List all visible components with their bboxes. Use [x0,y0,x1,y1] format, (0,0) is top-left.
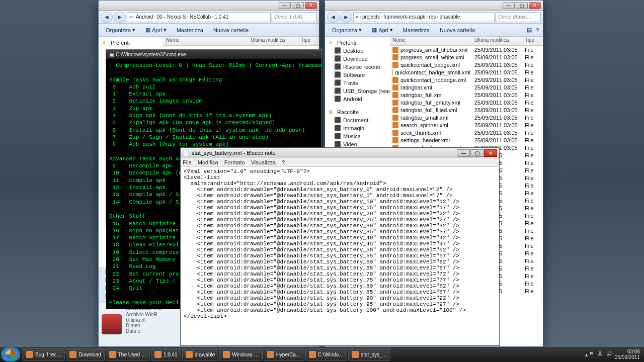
breadcrumb-segment[interactable]: drawable [440,14,460,20]
sidebar-item[interactable]: ⬛Risorse recenti [327,63,388,71]
sidebar-item[interactable]: ⬛Travis [327,79,388,87]
close-button[interactable]: ✕ [529,2,541,9]
breadcrumb-segment[interactable]: projects [362,14,380,20]
favorites-header[interactable]: ★Preferiti [101,39,162,47]
sidebar-item[interactable]: ⬛Android [327,95,388,103]
show-hidden-icon[interactable]: ▴ [585,352,588,357]
file-row[interactable]: seek_thumb.xml25/09/2011 03:05File [390,129,543,136]
column-headers[interactable]: Nome Ultima modifica Tipo [390,37,543,46]
search-input[interactable]: Cerca drawa… [496,12,541,22]
sidebar-item[interactable]: ⬛Musica [327,132,388,140]
file-row[interactable]: search_spinner.xml25/09/2011 03:05File [390,121,543,129]
cmd-titlebar[interactable]: ▣C:\Windows\system32\cmd.exe — [106,50,321,59]
app-icon [154,351,162,358]
sidebar-item[interactable]: ⬛USB_Storage (readyshare) [327,87,388,95]
titlebar[interactable]: — ▢ ✕ [99,1,319,11]
breadcrumb-segment[interactable]: framework-res.apk [383,14,425,20]
file-row[interactable]: quickcontact_badge.xml25/09/2011 03:05Fi… [390,61,543,68]
organize-button[interactable]: Organizza ▾ [328,26,366,34]
breadcrumb-segment[interactable]: res [429,14,436,20]
file-row[interactable]: progress_small_titlebar.xml25/09/2011 03… [390,46,543,53]
organize-button[interactable]: Organizza ▾ [102,26,139,34]
maximize-button[interactable]: ▢ [470,149,484,157]
sidebar-item[interactable]: ⬛Download [327,55,388,63]
file-row[interactable]: ratingbar.xml25/09/2011 03:05File [390,83,543,91]
open-button[interactable]: ▦ Apri ▾ [141,26,171,34]
volume-icon[interactable]: 🔊 [606,351,613,358]
help-button[interactable]: ? [535,26,540,34]
sidebar-item[interactable]: ⬛Immagini [327,124,388,132]
libraries-header[interactable]: ▣Raccolte [327,108,388,116]
minimize-button[interactable]: — [503,2,515,9]
xml-file-icon [392,92,398,98]
file-row[interactable]: ratingbar_full_empty.xml25/09/2011 03:05… [390,99,543,106]
back-button[interactable]: ◄ [101,12,113,23]
clock[interactable]: 03:06 25/09/2011 [615,349,640,360]
file-row[interactable]: ratingbar_full.xml25/09/2011 03:05File [390,91,543,99]
breadcrumb-segment[interactable]: « [356,14,359,20]
open-button[interactable]: ▦ Apri ▾ [368,26,397,34]
close-button[interactable]: ✕ [305,2,317,9]
file-row[interactable]: settings_header.xml25/09/2011 03:05File [390,136,543,144]
new-folder-button[interactable]: Nuova cartella [209,26,253,34]
search-input[interactable]: Cerca 1.0.41 [272,12,317,22]
xml-file-icon [392,122,398,128]
taskbar-item[interactable]: Windows … [219,348,262,361]
taskbar-item[interactable]: HyperCa… [264,348,304,361]
xml-file-icon [392,77,398,83]
file-row[interactable]: quickcontact_badge_small.xml25/09/2011 0… [390,68,543,76]
back-button[interactable]: ◄ [327,12,339,23]
sidebar-item[interactable]: ⬛Documenti [327,116,388,124]
breadcrumb-segment[interactable]: 00 - Nexus S [157,14,186,20]
taskbar-item[interactable]: The Used … [106,348,150,361]
taskbar-item[interactable]: Bug if rec… [23,348,65,361]
menu-item[interactable]: ? [282,159,285,165]
view-button[interactable]: ▤ [526,26,533,34]
start-button[interactable] [1,347,20,361]
close-button[interactable]: ✕ [484,149,497,157]
breadcrumb-segment[interactable]: « [129,14,132,20]
taskbar-item[interactable]: drawable [182,348,219,361]
breadcrumb-segment[interactable]: 1.0.41 [214,14,228,20]
burn-button[interactable]: Masterizza [399,26,434,34]
file-row[interactable]: progress_small_white.xml25/09/2011 03:05… [390,53,543,61]
system-tray[interactable]: ▴ ⚑ 🖧 🔊 03:06 25/09/2011 [582,349,643,360]
app-icon [267,351,274,358]
file-row[interactable]: ratingbar_small.xml25/09/2011 03:05File [390,114,543,121]
app-icon [186,351,193,358]
sidebar-item[interactable]: ⬛Desktop [327,47,388,55]
notepad-textarea[interactable]: <?xml version="1.0" encoding="UTF-8"?> <… [181,167,499,345]
maximize-button[interactable]: ▢ [292,2,304,9]
notepad-menu: FileModificaFormatoVisualizza? [181,158,499,167]
taskbar-item[interactable]: C:\Windo… [305,348,347,361]
titlebar[interactable]: — ▢ ✕ [325,1,543,11]
forward-button[interactable]: ► [340,12,352,23]
sidebar-item[interactable]: ⬛Software [327,71,388,79]
address-bar[interactable]: « › projects › framework-res.apk › res ›… [353,12,495,22]
file-row[interactable]: quickcontact_nobadge.xml25/09/2011 03:05… [390,76,543,83]
breadcrumb-segment[interactable]: NSCollab [190,14,211,20]
address-bar[interactable]: « › Android › 00 - Nexus S › NSCollab › … [127,12,271,22]
burn-button[interactable]: Masterizza [173,26,207,34]
favorites-header[interactable]: ★Preferiti [327,39,388,47]
menu-item[interactable]: Formato [224,159,245,165]
column-headers[interactable]: Nome Ultima modifica Tipo [164,37,319,46]
menu-item[interactable]: Visualizza [251,159,276,165]
notepad-titlebar[interactable]: 📄stat_sys_battery.xml - Blocco note — ▢ … [181,148,499,158]
menu-item[interactable]: Modifica [198,159,218,165]
network-icon[interactable]: 🖧 [598,351,605,358]
file-row[interactable]: ratingbar_full_filled.xml25/09/2011 03:0… [390,106,543,114]
minimize-button[interactable]: — [279,2,291,9]
taskbar-item[interactable]: 1.0.41 [151,348,181,361]
maximize-button[interactable]: ▢ [516,2,528,9]
menu-item[interactable]: File [183,159,192,165]
flag-icon[interactable]: ⚑ [589,351,596,358]
minimize-button[interactable]: — [457,149,470,157]
taskbar-item[interactable]: stat_sys_… [348,348,390,361]
new-folder-button[interactable]: Nuova cartella [436,26,479,34]
taskbar-item[interactable]: Download [66,348,104,361]
minimize-button[interactable]: — [313,52,318,57]
xml-file-icon [392,62,398,68]
forward-button[interactable]: ► [114,12,126,23]
breadcrumb-segment[interactable]: Android [136,14,153,20]
